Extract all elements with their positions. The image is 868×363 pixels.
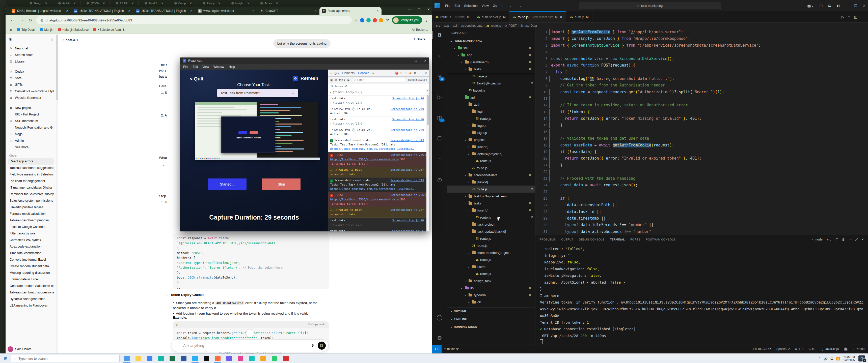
file-row[interactable]: JSroute.jsM — [447, 186, 535, 193]
taskbar-app-icon[interactable] — [190, 354, 200, 363]
started-button[interactable]: Started... — [208, 178, 247, 190]
verify-profile-button[interactable]: Verify it's you — [392, 16, 422, 24]
folder-row[interactable]: ⌄src — [447, 44, 535, 52]
folder-row[interactable]: ⌄app — [447, 52, 535, 59]
chat-history-item[interactable]: Formula result calculation — [7, 210, 54, 217]
new-terminal-icon[interactable]: ＋⌄ — [826, 237, 832, 242]
devtools-close-icon[interactable]: ✕ — [425, 71, 427, 75]
menu-item-help[interactable]: Help — [229, 65, 235, 69]
menu-item-selection[interactable]: Selection — [462, 4, 479, 7]
section-running-tasks[interactable]: ›RUNNING TASKS — [447, 323, 535, 331]
volume-icon[interactable]: 🔊 — [824, 357, 828, 361]
chat-history-item[interactable]: Tableau dashboard proposal — [7, 217, 54, 224]
source-link[interactable]: ScreenshotApp.js:96 — [392, 117, 424, 122]
taskbar-app-icon[interactable] — [145, 354, 154, 363]
folder-row[interactable]: ⌄(Dashboard) — [447, 59, 535, 66]
device-toolbar-icon[interactable]: ▯▭ — [334, 71, 339, 75]
file-row[interactable]: JSroute.jsM — [447, 214, 535, 221]
panel-more-icon[interactable]: ⋯ — [848, 238, 851, 241]
command-search-box[interactable]: ⌕ task-monitoring — [579, 2, 721, 9]
menu-item-file[interactable]: File — [183, 65, 188, 69]
page-title[interactable]: ChatGPT ⌄ — [63, 38, 82, 42]
tab-close-icon[interactable]: ✕ — [65, 9, 69, 12]
bookmark-item[interactable]: Trip Detail — [17, 28, 35, 32]
folder-row[interactable]: ⌄lib — [447, 284, 535, 291]
file-row[interactable]: JSroute.js — [447, 242, 535, 249]
source-link[interactable]: ScreenshotApp.js:267 — [391, 168, 424, 172]
more-tabs-icon[interactable]: » — [372, 71, 374, 75]
chat-history-item[interactable]: Corrected LWC syntax — [7, 237, 54, 243]
activity-remote-icon[interactable]: 🖵 — [436, 135, 443, 142]
terminal-output[interactable]: redirect: 'follow', integrity: '', keepa… — [535, 244, 868, 345]
sidebar-app-item[interactable]: ◉Website Generator — [7, 95, 54, 101]
chat-history-item[interactable]: Create random student data — [7, 263, 54, 269]
file-row[interactable]: JSroute.js — [447, 256, 535, 263]
file-row[interactable]: JSroute.js — [447, 270, 535, 277]
taskbar-app-icon[interactable] — [167, 354, 177, 363]
folder-row[interactable]: ›signup — [447, 129, 535, 136]
sidebar-app-item[interactable]: ⊙Sora — [7, 75, 54, 81]
console-entry-warn[interactable]: ⚠▸⚠Failed to postScreenshotApp.js:267scr… — [328, 207, 429, 218]
git-branch-item[interactable]: ⑂main*⟳ — [441, 347, 461, 351]
minimize-icon[interactable]: — — [408, 7, 411, 11]
code-editor[interactable]: 1import { getAuthFromCookie } from "@/ap… — [535, 28, 868, 345]
breadcrumb-item[interactable]: app — [444, 24, 449, 28]
sidebar-item[interactable]: ✎New chat — [7, 45, 54, 52]
editor-tab[interactable]: JSroute.js...\screenshot-dataM✕ — [509, 11, 566, 23]
refresh-button[interactable]: ⟳ Refresh — [293, 76, 318, 81]
file-row[interactable]: JSroute.js — [447, 235, 535, 242]
refresh-icon[interactable]: ⟳ — [27, 18, 34, 23]
chat-history-item[interactable]: IT manager candidates Dhaka — [7, 184, 54, 191]
breadcrumb-item[interactable]: screenshot-data — [461, 24, 483, 28]
sidebar-item[interactable]: ⌕Search chats — [7, 52, 54, 58]
folder-row[interactable]: ⌄login — [447, 108, 535, 115]
panel-tab-postman-console[interactable]: POSTMAN CONSOLE — [646, 235, 676, 244]
tab-close-icon[interactable]: ✕ — [252, 9, 255, 12]
folder-row[interactable]: ⌄details\[projectId] — [447, 150, 535, 157]
react-app-titlebar[interactable]: ⚛ React App —☐✕ — [180, 58, 429, 64]
folder-row[interactable]: ›taskForSupremeUsers — [447, 193, 535, 200]
warning-count-badge[interactable]: ⚠4 — [405, 71, 411, 75]
console-entry-success[interactable]: ✔Screenshot saved underScreenshotApp.js:… — [328, 137, 429, 152]
chat-history-item[interactable]: Format date in Excel — [7, 276, 54, 283]
console-scrollbar[interactable]: ▲ — [427, 89, 429, 231]
folder-row[interactable]: ⌄auth — [447, 101, 535, 108]
close-panel-icon[interactable]: ✕ — [862, 238, 864, 241]
layout-split-icon[interactable]: ◧ — [837, 4, 840, 7]
devtools-settings-icon[interactable]: ⚙ — [413, 71, 416, 75]
maximize-icon[interactable]: ☐ — [854, 4, 857, 7]
network-icon[interactable]: 📶 — [836, 357, 840, 361]
scroll-to-bottom-button[interactable]: ↓ — [246, 329, 254, 337]
devtools-menu-icon[interactable]: ⋮ — [419, 71, 422, 75]
activity-source-control-icon[interactable]: ⑂8 — [436, 73, 443, 80]
console-entry-error[interactable]: ✕▸POSTScreenshotApp.js:256http://localho… — [328, 152, 429, 167]
close-icon[interactable]: ✕ — [424, 59, 427, 63]
voice-mode-icon[interactable]: ‖⁞‖ — [318, 341, 326, 350]
bookmark-item[interactable]: Martjin — [40, 28, 54, 32]
menu-item-file[interactable]: File — [443, 4, 453, 7]
folder-row[interactable]: ⌄db — [447, 298, 535, 305]
panel-tab-problems[interactable]: PROBLEMS — [539, 235, 556, 244]
tab-close-icon[interactable]: ✕ — [376, 9, 379, 12]
attach-plus-icon[interactable]: ＋ — [176, 343, 180, 349]
extension-icon[interactable] — [379, 18, 383, 23]
activity-debug-icon[interactable]: ▷ — [436, 94, 443, 100]
sidebar-scrollbar[interactable] — [56, 34, 58, 354]
panel-tab-output[interactable]: OUTPUT — [561, 235, 573, 244]
extension-icon[interactable] — [366, 18, 371, 23]
file-row[interactable]: JSTaskByProject.jsM — [447, 80, 535, 87]
sidebar-project-item[interactable]: ▭blogs — [7, 131, 54, 137]
panel-tab-terminal[interactable]: TERMINAL — [610, 235, 625, 244]
file-row[interactable]: JSpage.js — [447, 73, 535, 80]
console-entry-time[interactable]: [4:25:22 PM] 🕐 Idle: 2s,ScreenshotApp.js… — [328, 127, 429, 137]
folder-row[interactable]: ⌄tasks — [447, 66, 535, 73]
folder-row[interactable]: ⌄projects — [447, 136, 535, 143]
section-outline[interactable]: ›OUTLINE — [447, 307, 535, 315]
source-link[interactable]: ScreenshotApp.js:267 — [391, 208, 424, 212]
taskbar-app-icon[interactable] — [179, 354, 188, 363]
chat-history-item[interactable]: Pie chart for engagement — [7, 178, 54, 184]
folder-row[interactable]: ›assign_task — [447, 277, 535, 284]
chat-history-item[interactable]: Tableau dashboard suggestions — [7, 289, 54, 296]
request-url-link[interactable]: http://localhost:5500/api/screenshot-dat… — [330, 198, 399, 201]
screenshot-url-link[interactable]: https://chat.mcqstudy.com/ss/screenshot-… — [330, 147, 413, 151]
